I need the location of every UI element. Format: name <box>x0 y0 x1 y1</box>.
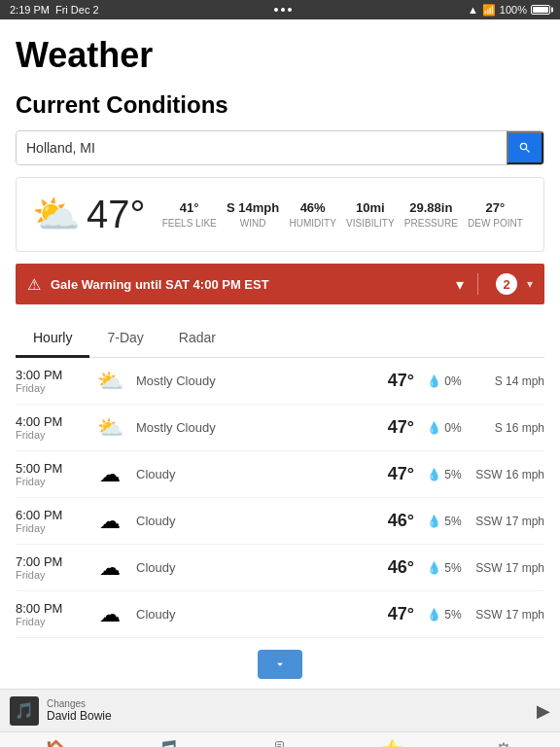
alert-text: Gale Warning until SAT 4:00 PM EST <box>51 277 446 292</box>
weather-nav-icon: ⭐ <box>380 738 404 747</box>
forecast-condition-icon: ⛅ <box>93 415 126 441</box>
forecast-row: 7:00 PM Friday ☁ Cloudy 46° 💧 5% SSW 17 … <box>16 545 544 591</box>
music-nav-icon: 🎵 <box>156 738 180 747</box>
status-bar-right: ▲ 📶 100% <box>468 4 550 17</box>
tabs-area: Hourly 7-Day Radar <box>16 320 544 358</box>
forecast-precipitation: 💧 5% <box>424 608 465 622</box>
show-more-area <box>0 638 560 689</box>
search-input[interactable] <box>17 132 507 163</box>
forecast-wind: S 14 mph <box>474 374 544 388</box>
now-playing-label: Changes <box>47 698 529 709</box>
battery-fill <box>533 7 548 13</box>
alert-chevron-down-icon: ▾ <box>456 275 464 294</box>
play-button[interactable]: ▶ <box>537 700 550 722</box>
forecast-condition-icon: ☁ <box>93 555 126 581</box>
main-content: Weather Current Conditions ⛅ 47° 41° FEE… <box>0 19 560 689</box>
nav-item-music[interactable]: 🎵 Music <box>139 738 197 747</box>
dew-point-stat: 27° DEW POINT <box>468 200 523 229</box>
forecast-time: 6:00 PM Friday <box>16 508 84 534</box>
forecast-temperature: 47° <box>368 464 414 484</box>
wind-value: S 14mph <box>227 200 279 215</box>
precip-percent: 5% <box>444 608 461 622</box>
forecast-time-label: 3:00 PM <box>16 368 84 382</box>
tab-7day[interactable]: 7-Day <box>89 320 160 358</box>
visibility-stat: 10mi VISIBILITY <box>346 200 394 229</box>
weather-icon-area: ⛅ 47° <box>32 192 146 237</box>
dot3 <box>288 8 292 12</box>
forecast-temperature: 46° <box>368 511 414 531</box>
forecast-condition-label: Cloudy <box>136 607 358 622</box>
raindrop-icon: 💧 <box>427 374 441 388</box>
humidity-stat: 46% HUMIDITY <box>289 200 335 229</box>
forecast-condition-label: Mostly Cloudy <box>136 420 358 435</box>
dot2 <box>281 8 285 12</box>
nav-item-settings[interactable]: ⚙ Settings <box>474 738 533 747</box>
pressure-label: PRESSURE <box>404 218 458 229</box>
forecast-row: 5:00 PM Friday ☁ Cloudy 47° 💧 5% SSW 16 … <box>16 451 544 498</box>
forecast-condition-icon: ☁ <box>93 509 126 534</box>
forecast-condition-label: Cloudy <box>136 514 358 528</box>
alert-divider <box>477 273 478 295</box>
bottom-nav: 🏠 Open Mic 🎵 Music 🎙 Programs ⭐ Weather … <box>0 731 560 747</box>
forecast-condition-icon: ⛅ <box>93 369 126 394</box>
wind-stat: S 14mph WIND <box>227 200 279 229</box>
forecast-day: Friday <box>16 569 84 581</box>
forecast-day: Friday <box>16 382 84 394</box>
search-button[interactable] <box>507 131 543 164</box>
alert-banner[interactable]: ⚠ Gale Warning until SAT 4:00 PM EST ▾ 2… <box>16 264 544 304</box>
forecast-wind: SSW 17 mph <box>474 561 544 575</box>
forecast-list: 3:00 PM Friday ⛅ Mostly Cloudy 47° 💧 0% … <box>16 358 544 638</box>
forecast-time-label: 6:00 PM <box>16 508 84 522</box>
section-heading: Current Conditions <box>0 84 560 130</box>
weather-panel: ⛅ 47° 41° FEELS LIKE S 14mph WIND 46% HU… <box>16 177 544 252</box>
precip-percent: 5% <box>444 515 461 528</box>
chevron-down-icon <box>273 658 287 671</box>
raindrop-icon: 💧 <box>427 468 441 481</box>
now-playing-bar: 🎵 Changes David Bowie ▶ <box>0 689 560 731</box>
precip-percent: 5% <box>444 468 461 481</box>
forecast-wind: SSW 17 mph <box>474 608 544 622</box>
forecast-time-label: 4:00 PM <box>16 414 84 429</box>
alert-expand-icon: ▾ <box>527 277 533 291</box>
humidity-value: 46% <box>289 200 335 215</box>
forecast-time: 7:00 PM Friday <box>16 554 84 581</box>
page-title: Weather <box>0 19 560 84</box>
show-more-button[interactable] <box>258 650 302 679</box>
forecast-condition-icon: ☁ <box>93 462 126 487</box>
nav-item-weather[interactable]: ⭐ Weather <box>363 738 421 747</box>
tab-radar[interactable]: Radar <box>161 320 233 358</box>
forecast-time-label: 7:00 PM <box>16 554 84 569</box>
forecast-temperature: 46° <box>368 557 414 578</box>
forecast-precipitation: 💧 5% <box>424 561 465 575</box>
nav-item-open-mic[interactable]: 🏠 Open Mic <box>27 738 86 747</box>
forecast-precipitation: 💧 5% <box>424 515 465 528</box>
pressure-stat: 29.88in PRESSURE <box>404 200 458 229</box>
forecast-day: Friday <box>16 616 84 627</box>
feels-like-value: 41° <box>162 200 217 215</box>
now-playing-artist: David Bowie <box>47 709 529 723</box>
raindrop-icon: 💧 <box>427 515 441 528</box>
forecast-condition-label: Mostly Cloudy <box>136 374 358 388</box>
status-bar: 2:19 PM Fri Dec 2 ▲ 📶 100% <box>0 0 560 19</box>
wifi-icon: ▲ <box>468 4 478 16</box>
forecast-day: Friday <box>16 429 84 441</box>
nav-item-programs[interactable]: 🎙 Programs <box>251 738 309 747</box>
forecast-condition-icon: ☁ <box>93 602 126 627</box>
now-playing-thumbnail: 🎵 <box>10 696 39 726</box>
forecast-time-label: 5:00 PM <box>16 461 84 476</box>
forecast-day: Friday <box>16 522 84 534</box>
status-time: 2:19 PM <box>10 4 50 16</box>
raindrop-icon: 💧 <box>427 608 441 622</box>
forecast-row: 6:00 PM Friday ☁ Cloudy 46° 💧 5% SSW 17 … <box>16 498 544 545</box>
current-temperature: 47° <box>87 193 146 236</box>
forecast-wind: S 16 mph <box>474 421 544 435</box>
feels-like-label: FEELS LIKE <box>162 218 217 229</box>
forecast-precipitation: 💧 0% <box>424 374 465 388</box>
forecast-row: 4:00 PM Friday ⛅ Mostly Cloudy 47° 💧 0% … <box>16 405 544 451</box>
feels-like-stat: 41° FEELS LIKE <box>162 200 217 229</box>
raindrop-icon: 💧 <box>427 421 441 435</box>
album-art-placeholder: 🎵 <box>15 701 34 720</box>
raindrop-icon: 💧 <box>427 561 441 575</box>
tab-hourly[interactable]: Hourly <box>16 320 89 358</box>
weather-stats: 41° FEELS LIKE S 14mph WIND 46% HUMIDITY… <box>158 200 529 229</box>
